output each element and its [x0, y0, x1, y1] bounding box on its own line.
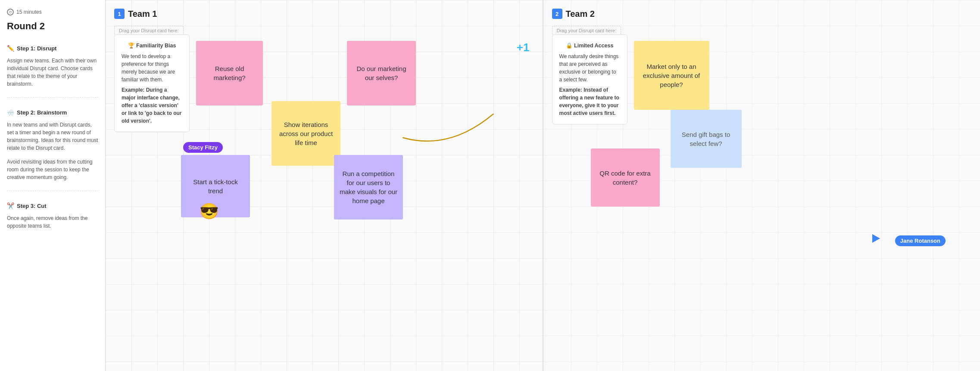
- cool-emoji: 😎: [200, 202, 219, 220]
- team1-disrupt-example: Example: During a major interface change…: [122, 86, 182, 125]
- team2-disrupt-body: We naturally desire things that are perc…: [559, 53, 620, 83]
- team2-disrupt-card[interactable]: 🔒 Limited Access We naturally desire thi…: [552, 34, 627, 124]
- team1-section: 1 Team 1 Drag your Disrupt card here: 🏆 …: [106, 0, 543, 371]
- team2-title: Team 2: [566, 9, 595, 19]
- divider2: [7, 191, 98, 191]
- step2-label: Step 2: Brainstorm: [17, 109, 67, 116]
- sticky-market-exclusive[interactable]: Market only to an exclusive amount of pe…: [634, 41, 709, 110]
- round-title: Round 2: [7, 21, 98, 32]
- step2-body2: Avoid revisiting ideas from the cutting …: [7, 158, 98, 181]
- team1-disrupt-title: 🏆 Familiarity Bias: [122, 42, 182, 50]
- jane-label: Jane Rotanson: [895, 235, 946, 246]
- team1-disrupt-card[interactable]: 🏆 Familiarity Bias We tend to develop a …: [114, 34, 190, 132]
- step3-body: Once again, remove ideas from the opposi…: [7, 214, 98, 230]
- app-layout: ⏱ 15 minutes Round 2 ✏️ Step 1: Disrupt …: [0, 0, 980, 371]
- timer-icon: ⏱: [7, 9, 14, 15]
- sticky-reuse-marketing[interactable]: Reuse old marketing?: [196, 41, 263, 105]
- step2-icon: 🌨️: [7, 109, 14, 116]
- sticky-qr-code[interactable]: QR code for extra content?: [591, 148, 660, 207]
- step1-label: Step 1: Disrupt: [17, 45, 56, 52]
- step1-body: Assign new teams. Each with their own in…: [7, 57, 98, 88]
- step2-body1: In new teams and with Disrupt cards, set…: [7, 121, 98, 152]
- team1-badge: 1: [114, 9, 125, 19]
- team1-disrupt-body: We tend to develop a preference for thin…: [122, 53, 182, 83]
- sidebar: ⏱ 15 minutes Round 2 ✏️ Step 1: Disrupt …: [0, 0, 106, 371]
- team1-drop-hint: Drag your Disrupt card here:: [114, 26, 184, 35]
- team2-section: 2 Team 2 Drag your Disrupt card here: 🔒 …: [543, 0, 980, 371]
- sticky-show-iterations[interactable]: Show iterations across our product life …: [272, 101, 340, 166]
- sticky-send-gift-bags[interactable]: Send gift bags to select few?: [671, 110, 742, 168]
- jane-cursor: [872, 234, 880, 243]
- team1-title: Team 1: [128, 9, 157, 19]
- team2-header: 2 Team 2: [552, 9, 972, 19]
- sticky-run-competition[interactable]: Run a competition for our users to make …: [334, 155, 403, 220]
- team2-disrupt-title: 🔒 Limited Access: [559, 42, 620, 50]
- team1-header: 1 Team 1: [114, 9, 534, 19]
- timer-row: ⏱ 15 minutes: [7, 9, 98, 15]
- step2-header: 🌨️ Step 2: Brainstorm: [7, 109, 98, 116]
- step3-header: ✂️ Step 3: Cut: [7, 202, 98, 209]
- step1-icon: ✏️: [7, 45, 14, 52]
- team2-disrupt-example: Example: Instead of offering a new featu…: [559, 86, 620, 117]
- sticky-do-marketing[interactable]: Do our marketing our selves?: [347, 41, 416, 105]
- timer-label: 15 minutes: [16, 9, 42, 15]
- plus-badge[interactable]: +1: [517, 41, 530, 54]
- team2-drop-hint: Drag your Disrupt card here:: [552, 26, 621, 35]
- step3-icon: ✂️: [7, 202, 14, 209]
- divider1: [7, 97, 98, 98]
- main-canvas: 1 Team 1 Drag your Disrupt card here: 🏆 …: [106, 0, 980, 371]
- step1-header: ✏️ Step 1: Disrupt: [7, 45, 98, 52]
- team2-badge: 2: [552, 9, 562, 19]
- step3-label: Step 3: Cut: [17, 203, 47, 209]
- teams-container: 1 Team 1 Drag your Disrupt card here: 🏆 …: [106, 0, 980, 371]
- stacy-label: Stacy Fitzy: [183, 142, 223, 153]
